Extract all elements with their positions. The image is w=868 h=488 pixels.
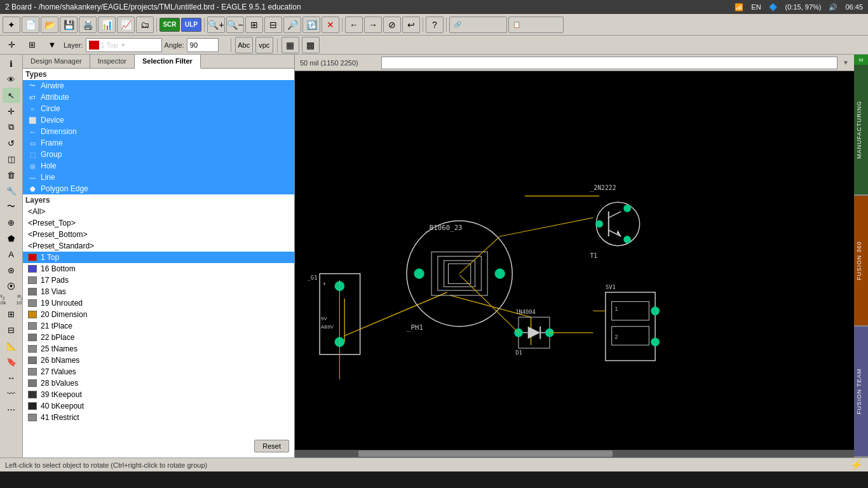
layer-18-label: 18 Vias [41, 287, 66, 296]
reset-button[interactable]: Reset [254, 440, 289, 452]
titlebar-title: 2 Board - /home/shakankery/EAGLE/project… [5, 3, 301, 11]
pad-tool[interactable]: ⦿ [3, 278, 20, 294]
zoom-out-button[interactable]: 🔍− [226, 17, 244, 33]
layer-preset-standard[interactable]: <Preset_Standard> [23, 240, 294, 252]
layer-21-tplace[interactable]: 21 tPlace [23, 320, 294, 332]
layer-22-bplace[interactable]: 22 bPlace [23, 332, 294, 343]
via-tool[interactable]: ⊕ [3, 215, 20, 230]
polygon-tool[interactable]: ⬟ [3, 231, 20, 246]
fusion-team-button[interactable]: FUSION TEAM [854, 327, 868, 456]
info-tool[interactable]: ℹ [3, 56, 20, 71]
type-airwire[interactable]: 〜 Airwire [23, 80, 294, 92]
text-tool[interactable]: A [3, 247, 20, 262]
delete-tool[interactable]: 🗑 [3, 167, 20, 182]
design-rules[interactable]: 📐 [3, 339, 20, 354]
ratsnest-button[interactable]: ✕ [322, 17, 339, 33]
pcb-quote-button[interactable]: 📋 PCB QUOTE [508, 17, 564, 33]
layer-preset-top[interactable]: <Preset_Top> [23, 217, 294, 229]
rotate-tool[interactable]: ↺ [3, 135, 20, 151]
type-polygon-edge[interactable]: ⬟ Polygon Edge [23, 183, 294, 194]
filter-toggle[interactable]: ▼ [43, 37, 61, 53]
type-line[interactable]: — Line [23, 172, 294, 183]
mirror-tool[interactable]: ◫ [3, 151, 20, 166]
vpc-button[interactable]: vpc [255, 37, 273, 53]
type-dimension[interactable]: ↔ Dimension [23, 126, 294, 137]
help-button[interactable]: ? [426, 17, 444, 33]
design-link-button[interactable]: 🔗 DESIGN LINK [449, 17, 507, 33]
layers-btn[interactable]: 🔖 [3, 355, 20, 370]
stop-button[interactable]: ⊘ [383, 17, 401, 33]
layer-18-vias[interactable]: 18 Vias [23, 286, 294, 297]
abc-button[interactable]: Abc [235, 37, 253, 53]
canvas-area[interactable]: _B1060_23 _PH1 _2N2222 [295, 71, 854, 458]
layer-28-bvalues[interactable]: 28 bValues [23, 377, 294, 389]
layer-17-pads[interactable]: 17 Pads [23, 274, 294, 286]
refresh-button[interactable]: 🔃 [302, 17, 320, 33]
layer-preset-all[interactable]: <All> [23, 206, 294, 217]
layer-25-color [28, 345, 37, 353]
left-toolbar: ℹ 👁 ↖ ✛ ⧉ ↺ ◫ 🗑 🔧 〜 ⊕ ⬟ A ⊛ ⦿ R210k R210… [0, 55, 23, 458]
angle-input[interactable] [187, 38, 219, 52]
layer-select[interactable]: 1 Top ▼ [86, 38, 162, 52]
redo-button[interactable]: → [364, 17, 382, 33]
command-input[interactable] [381, 57, 837, 69]
layer-16-bottom[interactable]: 16 Bottom [23, 263, 294, 274]
zoom-fit-button[interactable]: ⊞ [245, 17, 263, 33]
type-circle[interactable]: ○ Circle [23, 103, 294, 114]
ulp-button[interactable]: ULP [181, 18, 201, 32]
type-device[interactable]: ⬜ Device [23, 114, 294, 126]
wire-tool[interactable]: 〜 [3, 199, 20, 214]
drc-small[interactable]: ⊞ [3, 307, 20, 322]
layer-41-trestrict[interactable]: 41 tRestrict [23, 412, 294, 423]
layer-19-unrouted[interactable]: 19 Unrouted [23, 297, 294, 309]
erc-button[interactable]: 📈 [117, 17, 135, 33]
repeat-button[interactable]: ↩ [402, 17, 420, 33]
eye-tool[interactable]: 👁 [3, 72, 20, 87]
select-tool-button[interactable]: ✦ [3, 17, 20, 33]
open-button[interactable]: 📂 [41, 17, 58, 33]
fusion360-button[interactable]: FUSION 360 [854, 196, 868, 325]
manufacturing-button[interactable]: MANUFACTURING [854, 65, 868, 194]
layer-20-dimension[interactable]: 20 Dimension [23, 309, 294, 320]
zoom-100-button[interactable]: ⊟ [264, 17, 282, 33]
copy-tool[interactable]: ⧉ [3, 119, 20, 135]
network-tool[interactable]: ⊛ [3, 262, 20, 278]
dimension-tool[interactable]: ↔ [3, 370, 20, 386]
layer-25-tnames[interactable]: 25 tNames [23, 343, 294, 355]
expand-btn[interactable]: ⋯ [3, 402, 20, 417]
type-hole[interactable]: ◎ Hole [23, 160, 294, 172]
grid-view1[interactable]: ▦ [281, 37, 299, 53]
ratsnest-small[interactable]: ⊟ [3, 323, 20, 338]
layer-preset-bottom[interactable]: <Preset_Bottom> [23, 229, 294, 240]
layer-40-bkeepout[interactable]: 40 bKeepout [23, 400, 294, 412]
zoom-in-button[interactable]: 🔍+ [207, 17, 225, 33]
tab-selection-filter[interactable]: Selection Filter [135, 55, 201, 69]
undo-button[interactable]: ← [345, 17, 363, 33]
tab-design-manager[interactable]: Design Manager [23, 55, 90, 68]
brd-button[interactable]: 🗂 [136, 17, 154, 33]
layer-1-top[interactable]: 1 Top [23, 252, 294, 263]
tab-inspector[interactable]: Inspector [90, 55, 135, 68]
type-frame[interactable]: ▭ Frame [23, 137, 294, 149]
scr-button[interactable]: SCR [159, 18, 180, 32]
new-button[interactable]: 📄 [22, 17, 39, 33]
move-element[interactable]: ✛ [3, 104, 20, 119]
select-tool[interactable]: ↖ [3, 88, 20, 103]
zoom-select-button[interactable]: 🔎 [283, 17, 301, 33]
grid-toggle[interactable]: ⊞ [23, 37, 41, 53]
type-attribute[interactable]: 🏷 Attribute [23, 92, 294, 103]
drc-button[interactable]: 📊 [98, 17, 116, 33]
layer-27-tvalues[interactable]: 27 tValues [23, 366, 294, 377]
layer-26-bnames[interactable]: 26 bNames [23, 355, 294, 366]
print-button[interactable]: 🖨️ [79, 17, 97, 33]
horizontal-scrollbar[interactable] [295, 450, 854, 458]
grid-view2[interactable]: ▩ [302, 37, 320, 53]
route-air[interactable]: 〰 [3, 386, 20, 402]
wrench-tool[interactable]: 🔧 [3, 183, 20, 198]
type-group[interactable]: ⬚ Group [23, 149, 294, 160]
scrollbar-thumb[interactable] [358, 451, 613, 457]
toolbar2: ✛ ⊞ ▼ Layer: 1 Top ▼ Angle: ▼ Abc vpc ▦ … [0, 36, 868, 55]
save-button[interactable]: 💾 [60, 17, 78, 33]
layer-39-tkeeout[interactable]: 39 tKeepout [23, 389, 294, 400]
move-tool[interactable]: ✛ [3, 37, 20, 53]
